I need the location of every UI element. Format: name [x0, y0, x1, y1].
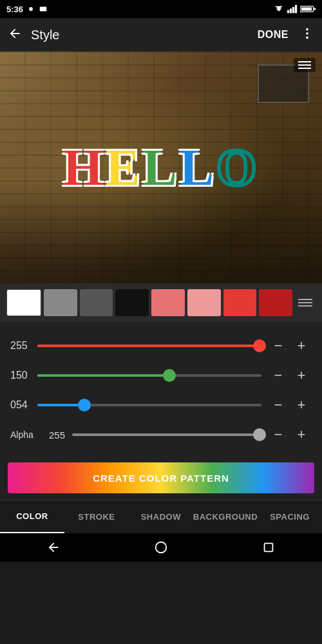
alpha-slider-thumb[interactable] [253, 428, 266, 441]
svg-rect-7 [295, 5, 297, 14]
green-value-label: 150 [10, 370, 37, 381]
swatch-gray[interactable] [44, 289, 77, 316]
battery-icon [300, 5, 316, 14]
red-decrease-button[interactable]: − [268, 336, 289, 356]
top-bar: Style DONE [0, 18, 322, 52]
alpha-slider-track [72, 433, 261, 436]
nav-back-button[interactable] [41, 535, 66, 560]
preview-menu-icon[interactable] [294, 58, 316, 72]
image-preview: H E L L O [0, 52, 322, 283]
blue-slider-track-wrap[interactable] [37, 401, 261, 410]
swatch-dark-gray[interactable] [80, 289, 113, 316]
swatch-light-red[interactable] [151, 289, 185, 316]
svg-rect-4 [287, 10, 289, 14]
tab-spacing[interactable]: SPACING [258, 500, 322, 533]
green-decrease-button[interactable]: − [268, 365, 289, 386]
bottom-tabs: COLOR STROKE SHADOW BACKGROUND SPACING [0, 500, 322, 533]
alpha-slider-track-wrap[interactable] [72, 430, 261, 439]
preview-bg: H E L L O [0, 52, 322, 283]
alpha-value-label: 255 [49, 430, 72, 440]
svg-rect-9 [301, 7, 312, 10]
svg-rect-5 [290, 8, 292, 13]
status-bar: 5:36 [0, 0, 322, 18]
status-notification-icon [26, 5, 35, 14]
back-button[interactable] [8, 26, 22, 43]
svg-rect-15 [264, 544, 272, 552]
nav-home-button[interactable] [148, 535, 174, 560]
tab-shadow[interactable]: SHADOW [129, 500, 193, 533]
signal-icon [287, 5, 298, 14]
done-button[interactable]: DONE [258, 29, 289, 41]
red-value-label: 255 [10, 340, 37, 352]
create-color-pattern-button[interactable]: CREATE COLOR PATTERN [8, 462, 314, 493]
nav-bar [0, 533, 322, 562]
svg-point-0 [29, 7, 33, 11]
blue-decrease-button[interactable]: − [268, 395, 289, 415]
nav-recents-button[interactable] [256, 535, 281, 560]
red-slider-thumb[interactable] [253, 339, 266, 352]
tab-stroke[interactable]: STROKE [64, 500, 129, 533]
swatch-black[interactable] [115, 289, 149, 316]
status-time-area: 5:36 [6, 5, 48, 14]
top-bar-left: Style [8, 26, 59, 43]
status-icons [273, 5, 316, 14]
green-slider-fill [37, 374, 169, 377]
alpha-increase-button[interactable]: + [291, 424, 312, 445]
status-media-icon [39, 5, 48, 14]
green-increase-button[interactable]: + [291, 365, 312, 386]
svg-point-11 [306, 28, 308, 31]
letter-e: E [106, 138, 142, 197]
green-slider-track [37, 374, 261, 377]
red-slider-track [37, 345, 261, 347]
svg-marker-3 [275, 6, 283, 10]
tab-color[interactable]: COLOR [0, 500, 64, 533]
svg-point-14 [156, 542, 167, 553]
alpha-slider-row: Alpha 255 − + [10, 422, 312, 447]
top-bar-right: DONE [258, 26, 314, 43]
green-slider-track-wrap[interactable] [37, 371, 261, 380]
blue-slider-row: 054 − + [10, 393, 312, 417]
red-increase-button[interactable]: + [291, 336, 312, 356]
svg-point-12 [306, 32, 308, 35]
blue-slider-thumb[interactable] [78, 399, 91, 412]
page-title: Style [31, 28, 59, 43]
status-time: 5:36 [6, 5, 23, 14]
letter-o: O [216, 138, 259, 197]
green-slider-row: 150 − + [10, 363, 312, 388]
svg-rect-1 [40, 7, 47, 12]
blue-value-label: 054 [10, 399, 37, 411]
svg-rect-6 [292, 7, 294, 14]
red-slider-track-wrap[interactable] [37, 341, 261, 350]
letter-h: H [63, 138, 106, 197]
svg-rect-10 [314, 8, 316, 10]
more-options-button[interactable] [300, 26, 314, 43]
swatch-dark-red[interactable] [259, 289, 292, 316]
swatch-white[interactable] [6, 289, 41, 316]
hello-text-display: H E L L O [63, 138, 260, 197]
blue-slider-track [37, 404, 261, 406]
swatches-bar [0, 283, 322, 322]
swatches-menu-button[interactable] [295, 296, 316, 310]
swatch-lighter-red[interactable] [187, 289, 221, 316]
svg-point-13 [306, 37, 308, 39]
alpha-decrease-button[interactable]: − [268, 424, 289, 445]
green-slider-thumb[interactable] [163, 369, 176, 382]
letter-l1: L [142, 138, 179, 197]
red-slider-row: 255 − + [10, 334, 312, 358]
blue-increase-button[interactable]: + [291, 395, 312, 415]
letter-l2: L [180, 138, 216, 197]
alpha-label: Alpha [10, 430, 49, 440]
sliders-section: 255 − + 150 − + 054 − + [0, 322, 322, 459]
tab-background[interactable]: BACKGROUND [193, 500, 258, 533]
swatch-red[interactable] [223, 289, 257, 316]
red-slider-fill [37, 345, 260, 347]
alpha-slider-fill [72, 433, 260, 436]
create-button-wrap: CREATE COLOR PATTERN [0, 459, 322, 500]
wifi-icon [273, 5, 285, 14]
